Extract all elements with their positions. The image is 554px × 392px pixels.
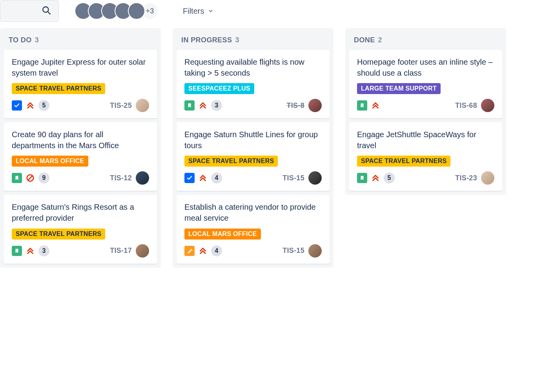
card-footer: TIS-68 xyxy=(357,99,494,112)
card-title: Create 90 day plans for all departments … xyxy=(12,129,149,151)
column-count: 3 xyxy=(35,36,39,44)
issue-card[interactable]: Engage Jupiter Express for outer solar s… xyxy=(4,50,157,118)
assignee-avatar[interactable] xyxy=(136,171,149,185)
card-title: Establish a catering vendor to provide m… xyxy=(184,202,322,223)
search-icon xyxy=(41,5,51,17)
issue-card[interactable]: Establish a catering vendor to provide m… xyxy=(177,195,330,263)
story-type-icon xyxy=(184,100,195,111)
card-footer: 3TIS-8 xyxy=(184,99,322,112)
card-footer: 3TIS-17 xyxy=(12,244,149,258)
story-type-icon xyxy=(12,246,22,256)
column-count: 2 xyxy=(378,36,382,44)
priority-highest-icon xyxy=(26,247,35,255)
story-points: 3 xyxy=(211,100,222,111)
issue-key: TIS-12 xyxy=(110,174,132,182)
member-avatars[interactable]: +3 xyxy=(75,2,159,20)
avatar[interactable] xyxy=(128,2,145,20)
card-footer: 4TIS-15 xyxy=(184,171,322,185)
issue-key: TIS-8 xyxy=(286,102,304,110)
svg-point-0 xyxy=(43,7,48,12)
issue-card[interactable]: Engage JetShuttle SpaceWays for travelSP… xyxy=(349,122,502,191)
column-count: 3 xyxy=(235,36,239,44)
priority-highest-icon xyxy=(199,101,207,110)
filters-button[interactable]: Filters xyxy=(174,7,213,16)
card-footer: 4TIS-15 xyxy=(184,244,322,258)
issue-key: TIS-15 xyxy=(282,174,304,182)
card-title: Engage Saturn's Rings Resort as a prefer… xyxy=(12,202,149,223)
story-points: 4 xyxy=(211,172,222,183)
card-label: LOCAL MARS OFFICE xyxy=(184,229,261,240)
board-toolbar: +3 Filters xyxy=(0,0,554,28)
card-footer: 9TIS-12 xyxy=(12,171,149,185)
assignee-avatar[interactable] xyxy=(136,99,149,112)
column-title: IN PROGRESS xyxy=(181,36,232,44)
story-points: 3 xyxy=(38,245,49,256)
card-title: Engage Jupiter Express for outer solar s… xyxy=(12,57,149,78)
card-footer: 5TIS-25 xyxy=(12,99,149,112)
column-done: DONE2Homepage footer uses an inline styl… xyxy=(345,28,506,195)
service-type-icon xyxy=(184,246,195,256)
story-points: 5 xyxy=(38,100,49,111)
priority-highest-icon xyxy=(199,247,207,255)
column-header: DONE2 xyxy=(345,28,506,50)
assignee-avatar[interactable] xyxy=(308,171,322,185)
priority-highest-icon xyxy=(26,101,35,110)
assignee-avatar[interactable] xyxy=(308,244,322,258)
card-label: SPACE TRAVEL PARTNERS xyxy=(12,83,105,94)
kanban-board: TO DO3Engage Jupiter Express for outer s… xyxy=(0,28,554,268)
story-points: 5 xyxy=(384,172,395,183)
chevron-down-icon xyxy=(208,7,213,16)
column-header: TO DO3 xyxy=(0,28,161,50)
story-type-icon xyxy=(357,173,367,183)
card-label: LOCAL MARS OFFICE xyxy=(12,156,88,167)
story-points: 4 xyxy=(211,245,222,256)
card-title: Engage Saturn Shuttle Lines for group to… xyxy=(184,129,322,151)
search-input[interactable] xyxy=(0,0,59,22)
filters-label: Filters xyxy=(183,7,204,16)
assignee-avatar[interactable] xyxy=(481,171,494,185)
svg-line-3 xyxy=(28,176,33,180)
card-label: SPACE TRAVEL PARTNERS xyxy=(12,229,105,240)
priority-highest-icon xyxy=(371,101,380,110)
issue-card[interactable]: Engage Saturn Shuttle Lines for group to… xyxy=(177,122,330,191)
card-title: Engage JetShuttle SpaceWays for travel xyxy=(357,129,494,151)
column-title: TO DO xyxy=(9,36,32,44)
issue-card[interactable]: Create 90 day plans for all departments … xyxy=(4,122,157,191)
priority-blocked-icon xyxy=(26,174,35,182)
assignee-avatar[interactable] xyxy=(136,244,149,258)
svg-line-1 xyxy=(48,12,50,14)
issue-card[interactable]: Requesting available flights is now taki… xyxy=(177,50,330,118)
issue-key: TIS-17 xyxy=(110,247,132,255)
task-type-icon xyxy=(184,173,195,183)
issue-key: TIS-68 xyxy=(455,102,477,110)
column-to-do: TO DO3Engage Jupiter Express for outer s… xyxy=(0,28,161,268)
story-points: 9 xyxy=(38,172,49,183)
card-label: LARGE TEAM SUPPORT xyxy=(357,83,441,94)
card-label: SEESPACEEZ PLUS xyxy=(184,83,254,94)
story-type-icon xyxy=(12,173,22,183)
column-in-progress: IN PROGRESS3Requesting available flights… xyxy=(173,28,333,268)
issue-card[interactable]: Homepage footer uses an inline style – s… xyxy=(349,50,502,118)
priority-highest-icon xyxy=(371,174,380,182)
priority-highest-icon xyxy=(199,174,207,182)
assignee-avatar[interactable] xyxy=(308,99,322,112)
card-title: Requesting available flights is now taki… xyxy=(184,57,322,78)
card-footer: 5TIS-23 xyxy=(357,171,494,185)
card-label: SPACE TRAVEL PARTNERS xyxy=(357,156,450,167)
column-header: IN PROGRESS3 xyxy=(173,28,333,50)
assignee-avatar[interactable] xyxy=(481,99,494,112)
issue-key: TIS-15 xyxy=(282,247,304,255)
issue-key: TIS-25 xyxy=(110,102,132,110)
issue-card[interactable]: Engage Saturn's Rings Resort as a prefer… xyxy=(4,195,157,263)
issue-key: TIS-23 xyxy=(455,174,477,182)
column-title: DONE xyxy=(354,36,375,44)
card-label: SPACE TRAVEL PARTNERS xyxy=(184,156,278,167)
task-type-icon xyxy=(12,100,22,111)
card-title: Homepage footer uses an inline style – s… xyxy=(357,57,494,78)
story-type-icon xyxy=(357,100,367,111)
